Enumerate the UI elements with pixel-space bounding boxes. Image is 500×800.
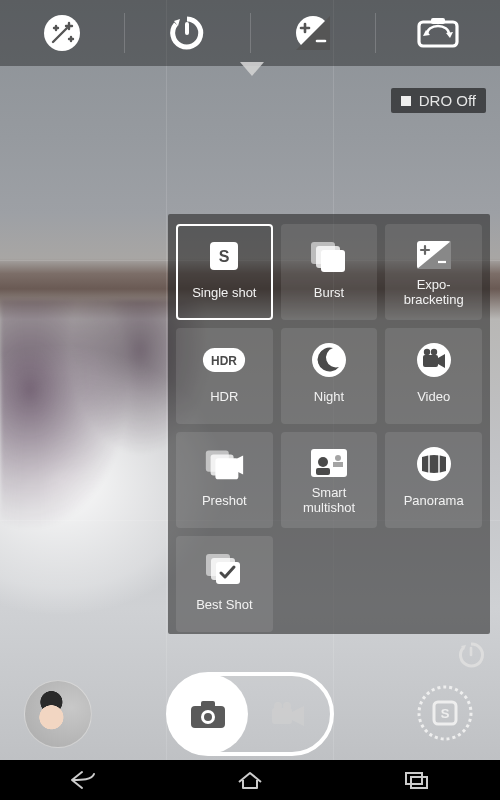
svg-point-31 [423,349,429,355]
toolbar-active-pointer [240,62,264,76]
svg-rect-38 [316,468,330,475]
mode-expo-bracketing[interactable]: Expo- bracketing [385,224,482,320]
hdr-icon: HDR [202,341,246,379]
photo-shutter-button[interactable] [168,674,248,754]
svg-rect-30 [423,355,438,367]
mode-label: Video [417,383,450,411]
mode-best-shot[interactable]: Best Shot [176,536,273,632]
nav-recents-button[interactable] [402,770,432,790]
dro-label: DRO Off [419,92,476,109]
effects-button[interactable] [0,0,124,66]
home-icon [235,770,265,790]
svg-rect-49 [201,701,215,708]
video-shutter-button[interactable] [248,700,330,728]
mode-hdr[interactable]: HDR HDR [176,328,273,424]
mode-burst[interactable]: Burst [281,224,378,320]
capture-modes-panel: S Single shot Burst Expo- bracketing HDR… [168,214,490,634]
svg-rect-14 [431,18,445,24]
svg-point-27 [320,351,323,354]
svg-point-28 [318,359,321,362]
burst-icon [307,237,351,275]
svg-point-37 [318,457,328,467]
nav-home-button[interactable] [235,770,265,790]
mode-video[interactable]: Video [385,328,482,424]
night-icon [307,341,351,379]
camera-top-toolbar [0,0,500,66]
mode-smart-multishot[interactable]: Smart multishot [281,432,378,528]
android-navigation-bar [0,760,500,800]
exposure-compensation-button[interactable] [251,0,375,66]
mode-label: Burst [314,279,344,307]
camera-icon [188,698,228,730]
svg-point-51 [204,713,212,721]
svg-rect-19 [321,250,345,272]
mode-label: Single shot [192,279,256,307]
panorama-icon [412,445,456,483]
back-icon [68,770,98,790]
video-icon [412,341,456,379]
svg-text:HDR: HDR [211,354,237,368]
svg-rect-59 [411,777,427,788]
switch-camera-button[interactable] [376,0,500,66]
current-mode-stamp-button[interactable]: S [414,682,476,744]
mode-preshot[interactable]: Preshot [176,432,273,528]
mode-label: Expo- bracketing [404,278,464,308]
exposure-icon [293,13,333,53]
svg-point-53 [274,702,282,710]
svg-point-32 [430,349,436,355]
camera-bottom-bar: S [0,650,500,760]
mode-label: Smart multishot [303,486,355,516]
best-shot-icon [202,549,246,587]
mode-panorama[interactable]: Panorama [385,432,482,528]
mode-stamp-icon: S [414,682,476,744]
svg-point-39 [335,455,341,461]
svg-text:S: S [219,248,230,265]
mode-label: Panorama [404,487,464,515]
recents-icon [404,771,430,789]
dro-indicator-icon [401,96,411,106]
videocam-icon [270,700,308,728]
gallery-thumbnail-button[interactable] [24,680,92,748]
mode-single-shot[interactable]: S Single shot [176,224,273,320]
mode-label: HDR [210,383,238,411]
expo-bracketing-icon [412,236,456,274]
preshot-icon [202,445,246,483]
nav-back-button[interactable] [68,770,98,790]
svg-rect-52 [272,708,292,724]
self-timer-button[interactable] [125,0,249,66]
timer-icon [167,13,207,53]
mode-label: Best Shot [196,591,252,619]
svg-point-54 [283,702,291,710]
smart-multishot-icon [307,444,351,482]
single-shot-icon: S [202,237,246,275]
magic-wand-icon [42,13,82,53]
shutter-control [166,672,334,756]
mode-label: Preshot [202,487,247,515]
svg-text:S: S [441,706,450,721]
svg-rect-58 [406,773,422,784]
switch-camera-icon [415,16,461,50]
mode-night[interactable]: Night [281,328,378,424]
svg-rect-40 [333,462,343,467]
dro-status-badge[interactable]: DRO Off [391,88,486,113]
mode-label: Night [314,383,344,411]
